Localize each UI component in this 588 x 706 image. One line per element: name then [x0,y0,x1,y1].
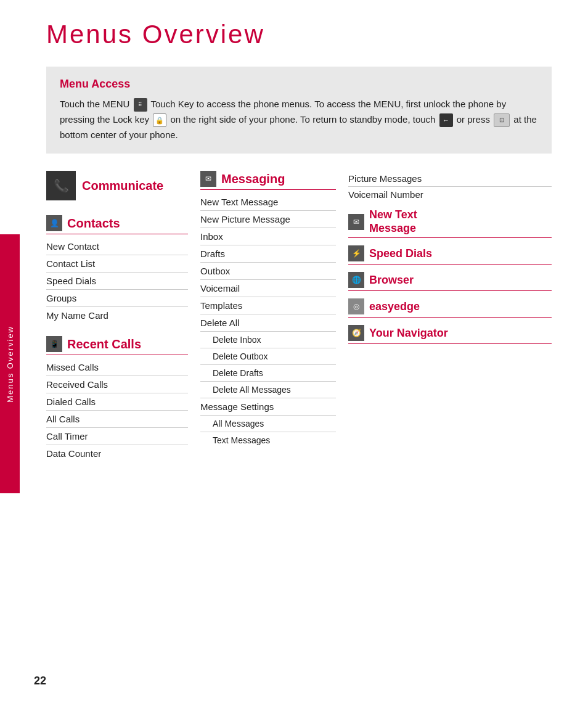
recent-calls-list: Missed Calls Received Calls Dialed Calls… [46,359,188,462]
easyedge-icon: ◎ [348,298,364,314]
contacts-list: New Contact Contact List Speed Dials Gro… [46,238,188,324]
list-item: Templates [200,297,336,314]
right-plain-list: Picture Messages Voicemail Number [348,171,552,202]
list-item: All Messages [200,416,336,432]
column-1: 📞 Communicate 👤 Contacts New Contact Con… [46,171,194,462]
menu-access-box: Menu Access Touch the MENU ⠿ Touch Key t… [46,67,552,154]
easyedge-label: easyedge [369,300,420,314]
list-item: Voicemail [200,280,336,297]
your-navigator-heading: 🧭 Your Navigator [348,325,552,344]
page-title: Menus Overview [46,20,570,49]
list-item: Call Timer [46,428,188,445]
recent-calls-icon: 📱 [46,336,62,352]
list-item: Delete Outbox [200,348,336,365]
list-item: New Contact [46,238,188,255]
list-item: Inbox [200,228,336,245]
new-text-message-label: New TextMessage [369,208,417,235]
your-navigator-icon: 🧭 [348,325,364,341]
list-item: Voicemail Number [348,187,552,202]
messaging-heading: ✉ Messaging [200,171,336,190]
speed-dials-section: ⚡ Speed Dials [348,245,552,265]
list-item: Data Counter [46,445,188,462]
speed-dials-icon: ⚡ [348,245,364,261]
list-item: All Calls [46,411,188,428]
list-item: Drafts [200,245,336,263]
speed-dials-heading: ⚡ Speed Dials [348,245,552,265]
easyedge-heading: ◎ easyedge [348,298,552,318]
list-item: Delete All Messages [200,382,336,398]
messaging-icon: ✉ [200,171,216,187]
list-item: New Text Message [200,194,336,211]
speed-dials-label: Speed Dials [369,247,432,261]
list-item: Received Calls [46,376,188,393]
communicate-section: 📞 Communicate [46,171,188,200]
new-text-message-heading: ✉ New TextMessage [348,208,552,238]
list-item: New Picture Message [200,211,336,228]
browser-heading: 🌐 Browser [348,272,552,291]
contacts-icon: 👤 [46,215,62,231]
browser-label: Browser [369,274,414,287]
recent-calls-heading: 📱 Recent Calls [46,336,188,355]
list-item: Delete Inbox [200,332,336,348]
list-item: Picture Messages [348,171,552,187]
your-navigator-section: 🧭 Your Navigator [348,325,552,344]
contacts-heading: 👤 Contacts [46,215,188,234]
browser-section: 🌐 Browser [348,272,552,291]
communicate-label: Communicate [82,179,163,193]
menu-access-text: Touch the MENU ⠿ Touch Key to access the… [60,97,538,142]
easyedge-section: ◎ easyedge [348,298,552,318]
column-3: Picture Messages Voicemail Number ✉ New … [342,171,552,462]
new-text-message-section: ✉ New TextMessage [348,208,552,238]
list-item: Missed Calls [46,359,188,376]
list-item: Contact List [46,255,188,273]
your-navigator-label: Your Navigator [369,327,448,340]
list-item: Text Messages [200,432,336,448]
menu-access-title: Menu Access [60,78,538,91]
column-2: ✉ Messaging New Text Message New Picture… [194,171,342,462]
list-item: My Name Card [46,307,188,324]
new-text-msg-icon: ✉ [348,214,364,230]
page-number: 22 [34,675,46,688]
back-icon: ← [439,113,453,127]
list-item: Speed Dials [46,273,188,290]
sidebar-label: Menus Overview [0,234,20,493]
center-key-icon: ⊡ [494,113,510,127]
browser-icon: 🌐 [348,272,364,288]
communicate-icon: 📞 [46,171,76,200]
list-item: Groups [46,290,188,307]
list-item: Outbox [200,263,336,280]
list-item: Delete Drafts [200,365,336,382]
messaging-list: New Text Message New Picture Message Inb… [200,194,336,448]
lock-icon: 🔒 [153,113,166,127]
list-item: Delete All [200,314,336,332]
columns-wrapper: 📞 Communicate 👤 Contacts New Contact Con… [46,171,552,462]
menu-grid-icon: ⠿ [134,98,147,112]
list-item: Dialed Calls [46,393,188,411]
list-item: Message Settings [200,398,336,416]
